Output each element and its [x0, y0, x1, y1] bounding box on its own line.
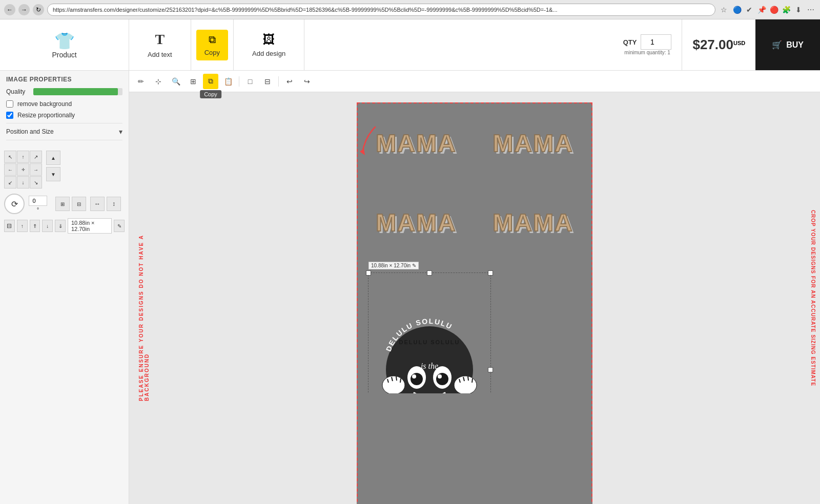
mama-cell-2: MAMA	[475, 103, 591, 183]
svg-text:DELULU  SOLULU: DELULU SOLULU	[399, 339, 460, 345]
text-icon: T	[155, 31, 165, 48]
arrow-center[interactable]: ✛	[17, 163, 29, 176]
undo-btn[interactable]: ↩	[282, 74, 297, 89]
svg-point-5	[411, 373, 423, 385]
add-design-section: 🖼 Add design	[234, 19, 304, 70]
add-design-button[interactable]: 🖼 Add design	[244, 28, 294, 61]
main-canvas-area: ✏ ⊹ 🔍 ⊞ ⧉ Copy 📋 □ ⊟ ↩ ↪	[129, 71, 820, 504]
add-text-button[interactable]: T Add text	[139, 27, 180, 62]
layer-down-btn[interactable]: ↓	[42, 220, 53, 232]
layer-up-btn[interactable]: ↑	[17, 220, 28, 232]
draw-tool-btn[interactable]: ✏	[133, 74, 149, 89]
right-sizing-text: CROP YOUR DESIGNS FOR AN ACCURATE SIZING…	[810, 210, 816, 386]
position-size-label: Position and Size	[6, 128, 54, 135]
paste-tool-btn[interactable]: 📋	[220, 74, 236, 89]
zoom-tool-btn[interactable]: 🔍	[168, 74, 183, 89]
layer-stack-icon[interactable]: ⊟	[4, 220, 15, 232]
remove-bg-row: remove background	[6, 100, 122, 108]
ext-icon-2[interactable]: ✔	[744, 5, 754, 15]
layers-btn[interactable]: ⊟	[260, 74, 275, 89]
arrow-right[interactable]: →	[30, 163, 42, 176]
fit-height-btn[interactable]: ⊟	[72, 197, 86, 211]
svg-line-15	[400, 379, 401, 383]
url-bar[interactable]	[47, 4, 715, 16]
layer-bottom-btn[interactable]: ⇓	[55, 220, 66, 232]
mama-text-3: MAMA	[376, 208, 456, 237]
handle-top-left[interactable]	[366, 270, 371, 276]
ext-icon-3[interactable]: 📌	[756, 5, 767, 15]
ext-icon-6[interactable]: ⬇	[793, 5, 804, 15]
edit-size-btn[interactable]: ✎	[114, 220, 125, 232]
svg-point-6	[412, 374, 416, 379]
rotation-dial[interactable]: ⟳	[4, 194, 25, 214]
size-badge: 10.88in × 12.70in ✎	[368, 262, 419, 269]
qty-label: QTY	[623, 38, 637, 46]
ext-icon-1[interactable]: 🔵	[732, 5, 742, 15]
quality-bar-container	[33, 88, 122, 95]
currency-label: USD	[733, 40, 745, 46]
select-tool-btn[interactable]: ⊹	[151, 74, 166, 89]
mama-text-1: MAMA	[376, 129, 456, 157]
side-controls: ▲ ▼	[46, 151, 60, 181]
handle-top-mid[interactable]	[427, 270, 432, 276]
layer-controls: ⊟ ↑ ⇑ ↓ ⇓ 10.88in × 12.70in ✎	[0, 218, 129, 238]
grid-view-btn[interactable]: ⊞	[186, 74, 201, 89]
rotation-area: ⟳ ° ⊞ ⊟ ↔ ↕	[0, 194, 129, 218]
buy-button[interactable]: 🛒 BUY	[755, 19, 820, 70]
rotation-indicator: ⟳	[11, 199, 18, 209]
svg-point-9	[438, 374, 442, 379]
sidebar: IMAGE PROPERTIES Quality remove backgrou…	[0, 71, 129, 504]
left-warning-text: PLEASE ENSURE YOUR DESIGNS DO NOT HAVE A…	[138, 195, 150, 401]
resize-prop-row: Resize proportionally	[6, 112, 122, 119]
copy-section: ⧉ Copy	[191, 19, 234, 70]
copy-button[interactable]: ⧉ Copy	[196, 30, 228, 60]
size-display: 10.88in × 12.70in	[68, 218, 112, 234]
remove-bg-checkbox[interactable]	[6, 100, 13, 108]
ext-icon-5[interactable]: 🧩	[781, 5, 791, 15]
refresh-button[interactable]: ↻	[33, 4, 44, 15]
cart-icon: 🛒	[772, 40, 782, 50]
mama-cell-4: MAMA	[475, 183, 591, 262]
add-design-label: Add design	[252, 50, 285, 57]
image-properties-title: IMAGE PROPERTIES	[6, 76, 122, 83]
arrow-left[interactable]: ←	[4, 163, 16, 176]
arrow-tr[interactable]: ↗	[30, 151, 42, 163]
arrow-bl[interactable]: ↙	[4, 176, 16, 188]
qty-input[interactable]	[641, 34, 671, 50]
layer-top-btn[interactable]: ⇑	[30, 220, 40, 232]
handle-top-right[interactable]	[488, 270, 493, 276]
mama-text-4: MAMA	[493, 208, 573, 237]
svg-line-20	[472, 379, 473, 383]
fit-width-btn[interactable]: ⊞	[55, 197, 70, 211]
arrow-tl[interactable]: ↖	[4, 151, 16, 163]
quality-bar	[33, 88, 118, 95]
rotation-input[interactable]	[29, 196, 47, 206]
scale-down-btn[interactable]: ▼	[46, 167, 60, 181]
scale-up-btn[interactable]: ▲	[46, 151, 60, 165]
flip-v-btn[interactable]: ↕	[107, 197, 121, 211]
top-toolbar: 👕 Product T Add text ⧉ Copy 🖼 Add design	[0, 19, 820, 71]
bookmark-icon[interactable]: ☆	[719, 5, 729, 15]
redo-btn[interactable]: ↪	[299, 74, 315, 89]
flip-h-btn[interactable]: ↔	[90, 197, 105, 211]
arrow-br[interactable]: ↘	[30, 176, 42, 188]
canvas-bottom	[358, 393, 591, 504]
resize-prop-checkbox[interactable]	[6, 112, 13, 119]
handle-right-mid[interactable]	[488, 367, 493, 372]
forward-button[interactable]: →	[18, 4, 30, 15]
position-size-toggle[interactable]: Position and Size ▾	[6, 123, 122, 140]
product-tab[interactable]: 👕 Product	[0, 19, 129, 70]
arrow-down[interactable]: ↓	[17, 176, 29, 188]
remove-bg-label: remove background	[17, 100, 72, 108]
ext-icon-7[interactable]: ⋯	[806, 5, 816, 15]
canvas-toolbar: ✏ ⊹ 🔍 ⊞ ⧉ Copy 📋 □ ⊟ ↩ ↪	[129, 71, 820, 92]
size-controls: ⊞ ⊟	[55, 197, 86, 211]
app-content: IMAGE PROPERTIES Quality remove backgrou…	[0, 71, 820, 504]
back-button[interactable]: ←	[4, 4, 15, 15]
arrow-up[interactable]: ↑	[17, 151, 29, 163]
square-outline-btn[interactable]: □	[242, 74, 258, 89]
image-properties-panel: IMAGE PROPERTIES Quality remove backgrou…	[0, 71, 129, 145]
copy-tool-btn[interactable]: ⧉ Copy	[203, 74, 218, 89]
min-qty-label: minimum quantity: 1	[624, 50, 670, 55]
ext-icon-4[interactable]: 🔴	[769, 5, 779, 15]
